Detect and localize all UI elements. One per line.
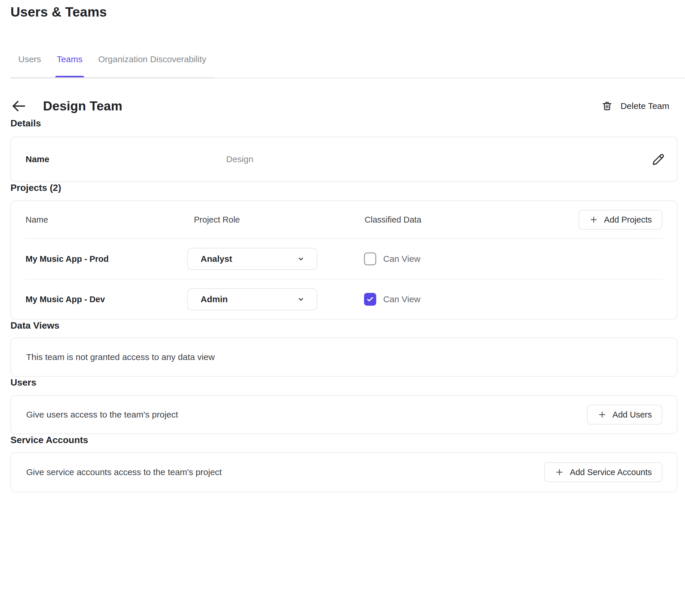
classified-data-checkbox[interactable] bbox=[364, 293, 376, 306]
plus-icon bbox=[555, 467, 564, 477]
name-value: Design bbox=[226, 154, 652, 164]
data-views-empty-text: This team is not granted access to any d… bbox=[26, 352, 215, 362]
back-button[interactable] bbox=[10, 97, 27, 114]
add-service-accounts-label: Add Service Accounts bbox=[570, 467, 652, 477]
plus-icon bbox=[589, 215, 598, 224]
chevron-down-icon bbox=[296, 295, 305, 304]
details-card: Name Design bbox=[10, 136, 678, 182]
check-icon bbox=[366, 295, 374, 303]
data-views-heading: Data Views bbox=[10, 320, 678, 331]
edit-name-button[interactable] bbox=[652, 153, 665, 166]
users-card: Give users access to the team's project … bbox=[10, 395, 678, 434]
tabs-divider bbox=[10, 77, 685, 79]
project-name: My Music App - Prod bbox=[26, 254, 187, 264]
arrow-left-icon bbox=[10, 97, 27, 114]
add-projects-button[interactable]: Add Projects bbox=[579, 210, 662, 229]
classified-data-checkbox[interactable] bbox=[364, 252, 376, 265]
column-header-classified-data: Classified Data bbox=[364, 215, 579, 225]
can-view-label: Can View bbox=[383, 294, 421, 304]
add-projects-label: Add Projects bbox=[604, 215, 652, 225]
project-row: My Music App - Prod Analyst Can View bbox=[26, 239, 662, 279]
team-header: Design Team Delete Team bbox=[10, 95, 678, 117]
project-name: My Music App - Dev bbox=[26, 295, 187, 304]
delete-team-label: Delete Team bbox=[620, 101, 669, 111]
add-users-label: Add Users bbox=[613, 410, 652, 420]
service-accounts-heading: Service Accounts bbox=[10, 434, 678, 446]
add-service-accounts-button[interactable]: Add Service Accounts bbox=[544, 462, 662, 482]
users-teams-page: Users & Teams Users Teams Organization D… bbox=[0, 0, 685, 492]
team-title: Design Team bbox=[43, 99, 122, 113]
service-accounts-card: Give service accounts access to the team… bbox=[10, 452, 678, 492]
column-header-name: Name bbox=[26, 215, 187, 225]
trash-icon bbox=[601, 100, 613, 112]
chevron-down-icon bbox=[296, 254, 305, 264]
users-heading: Users bbox=[10, 377, 678, 388]
can-view-label: Can View bbox=[383, 254, 421, 264]
tab-organization-discoverability[interactable]: Organization Discoverability bbox=[90, 53, 214, 79]
details-heading: Details bbox=[10, 117, 678, 129]
column-header-project-role: Project Role bbox=[187, 215, 364, 225]
name-label: Name bbox=[26, 154, 226, 164]
plus-icon bbox=[598, 410, 607, 419]
tab-teams[interactable]: Teams bbox=[49, 53, 90, 79]
projects-heading: Projects (2) bbox=[10, 182, 678, 194]
pencil-icon bbox=[652, 153, 665, 166]
service-accounts-empty-text: Give service accounts access to the team… bbox=[26, 467, 222, 477]
delete-team-button[interactable]: Delete Team bbox=[601, 100, 669, 112]
project-role-select[interactable]: Admin bbox=[187, 288, 317, 310]
project-role-value: Analyst bbox=[200, 254, 296, 264]
project-role-select[interactable]: Analyst bbox=[187, 248, 317, 270]
users-empty-text: Give users access to the team's project bbox=[26, 410, 178, 420]
project-row: My Music App - Dev Admin Can View bbox=[26, 279, 662, 319]
page-title: Users & Teams bbox=[10, 3, 678, 20]
projects-table: Name Project Role Classified Data Add Pr… bbox=[10, 200, 678, 320]
tab-users[interactable]: Users bbox=[10, 53, 49, 79]
tab-bar: Users Teams Organization Discoverability bbox=[10, 53, 678, 79]
data-views-card: This team is not granted access to any d… bbox=[10, 338, 678, 377]
project-role-value: Admin bbox=[200, 294, 296, 304]
add-users-button[interactable]: Add Users bbox=[587, 405, 662, 424]
projects-table-header: Name Project Role Classified Data Add Pr… bbox=[26, 201, 662, 239]
